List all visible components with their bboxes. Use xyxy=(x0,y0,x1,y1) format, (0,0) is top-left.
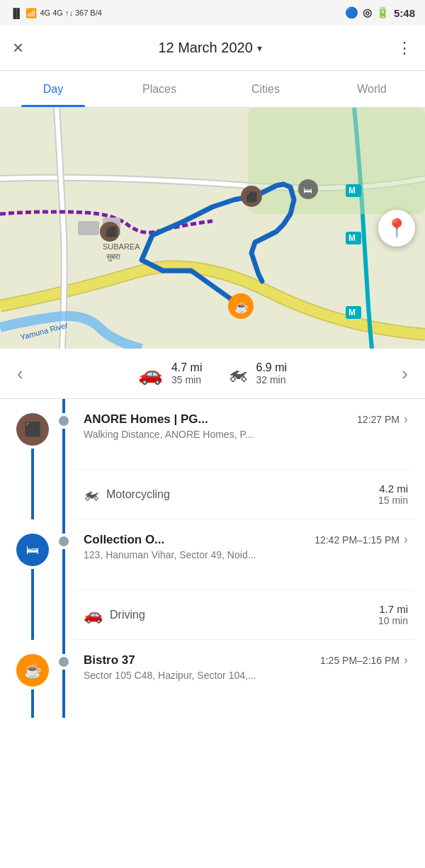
timeline-place-1: ⬛ ANORE Homes | PG... 12:27 PM › Walking… xyxy=(0,399,425,470)
segment-time-2: 10 min xyxy=(378,615,408,626)
tab-cities-label: Cities xyxy=(251,83,280,96)
segment-mode-1: 🏍 Motorcycling xyxy=(84,485,170,504)
place-name-1: ANORE Homes | PG... 12:27 PM › xyxy=(84,412,408,427)
segment-2: 🚗 Driving 1.7 mi 10 min xyxy=(0,590,425,640)
tabs-bar: Day Places Cities World xyxy=(0,71,425,108)
location-pin-icon: 📍 xyxy=(385,218,408,239)
clock: 5:48 xyxy=(394,7,415,19)
place-time-1: 12:27 PM xyxy=(357,414,400,425)
segment-1: 🏍 Motorcycling 4.2 mi 15 min xyxy=(0,470,425,519)
transport-modes: 🚗 4.7 mi 35 min 🏍 6.9 mi 32 min xyxy=(138,361,287,385)
place-time-2: 12:42 PM–1:15 PM xyxy=(314,534,400,546)
timeline-place-3: ☕ Bistro 37 1:25 PM–2:16 PM › Sector 105… xyxy=(0,640,425,718)
tab-world-label: World xyxy=(357,83,387,96)
svg-rect-2 xyxy=(78,221,99,235)
svg-text:M: M xyxy=(348,186,356,196)
car-distance: 4.7 mi xyxy=(171,361,203,374)
subarea-hindi: सुबरा xyxy=(106,252,120,261)
status-right: 🔵 ◎ 🔋 5:48 xyxy=(345,6,415,19)
moto-segment-icon: 🏍 xyxy=(84,485,99,504)
close-button[interactable]: × xyxy=(13,37,23,59)
place-address-2: 123, Hanuman Vihar, Sector 49, Noid... xyxy=(84,549,408,560)
battery-icon: 🔋 xyxy=(376,6,390,19)
svg-text:🛏: 🛏 xyxy=(303,185,312,196)
segment-time-1: 15 min xyxy=(378,495,408,506)
place-content-3[interactable]: Bistro 37 1:25 PM–2:16 PM › Sector 105 C… xyxy=(74,640,414,718)
wifi-icon: 📶 xyxy=(26,8,37,18)
data-usage: 4G 4G ↑↓ 367 B/4 xyxy=(40,9,101,17)
place-icon-2: 🛏 xyxy=(16,534,49,566)
segment-content-1: 🏍 Motorcycling 4.2 mi 15 min xyxy=(74,470,414,519)
svg-text:M: M xyxy=(348,308,356,317)
timeline: ⬛ ANORE Homes | PG... 12:27 PM › Walking… xyxy=(0,399,425,718)
next-arrow[interactable]: › xyxy=(402,363,408,385)
moto-segment-label: Motorcycling xyxy=(106,488,170,501)
svg-text:⬛: ⬛ xyxy=(246,191,259,203)
bluetooth-icon: 🔵 xyxy=(345,6,358,19)
place-time-3: 1:25 PM–2:16 PM xyxy=(320,655,400,666)
timeline-place-2: 🛏 Collection O... 12:42 PM–1:15 PM › 123… xyxy=(0,519,425,590)
moto-info: 6.9 mi 32 min xyxy=(256,361,288,385)
more-options-button[interactable]: ⋮ xyxy=(397,39,412,57)
my-location-button[interactable]: 📍 xyxy=(378,210,415,247)
signal-icon: ▐▌ xyxy=(10,8,23,18)
place-address-1: Walking Distance, ANORE Homes, P... xyxy=(84,429,408,440)
place-name-3: Bistro 37 1:25 PM–2:16 PM › xyxy=(84,653,408,667)
date-dropdown-arrow[interactable]: ▾ xyxy=(257,43,262,54)
car-icon: 🚗 xyxy=(138,362,163,385)
svg-text:⬛: ⬛ xyxy=(106,226,118,238)
transport-summary-row: ‹ 🚗 4.7 mi 35 min 🏍 6.9 mi 32 min › xyxy=(0,349,425,399)
tab-places-label: Places xyxy=(142,83,176,96)
tab-world[interactable]: World xyxy=(319,71,425,107)
moto-distance: 6.9 mi xyxy=(256,361,288,374)
segment-dist-2: 1.7 mi xyxy=(378,603,408,615)
map-area: Yamuna River SUBAREA सुबरा ⬛ ☕ ⬛ 🛏 M M M xyxy=(0,108,425,349)
moto-transport: 🏍 6.9 mi 32 min xyxy=(228,361,288,385)
header-title-group: 12 March 2020 ▾ xyxy=(158,40,261,56)
place-icon-3: ☕ xyxy=(16,654,49,687)
svg-text:M: M xyxy=(348,233,356,243)
segment-stats-2: 1.7 mi 10 min xyxy=(378,603,408,626)
place-name-2: Collection O... 12:42 PM–1:15 PM › xyxy=(84,532,408,547)
status-left: ▐▌ 📶 4G 4G ↑↓ 367 B/4 xyxy=(10,8,102,18)
segment-content-2: 🚗 Driving 1.7 mi 10 min xyxy=(74,590,414,640)
tab-cities[interactable]: Cities xyxy=(212,71,319,107)
status-bar: ▐▌ 📶 4G 4G ↑↓ 367 B/4 🔵 ◎ 🔋 5:48 xyxy=(0,0,425,26)
car-info: 4.7 mi 35 min xyxy=(171,361,203,385)
subarea-label: SUBAREA xyxy=(103,242,140,251)
tab-day-label: Day xyxy=(43,83,63,96)
tab-places[interactable]: Places xyxy=(106,71,212,107)
moto-time: 32 min xyxy=(256,374,288,385)
tab-day[interactable]: Day xyxy=(0,71,106,107)
segment-dist-1: 4.2 mi xyxy=(378,483,408,495)
map-svg: Yamuna River SUBAREA सुबरा ⬛ ☕ ⬛ 🛏 M M M xyxy=(0,108,425,349)
moto-icon: 🏍 xyxy=(228,362,248,385)
svg-rect-1 xyxy=(248,108,425,214)
car-transport: 🚗 4.7 mi 35 min xyxy=(138,361,203,385)
chevron-right-2: › xyxy=(404,532,408,547)
location-status-icon: ◎ xyxy=(363,6,372,19)
place-icon-1: ⬛ xyxy=(16,413,49,446)
prev-arrow[interactable]: ‹ xyxy=(17,363,23,385)
car-segment-icon: 🚗 xyxy=(84,606,103,624)
header-date: 12 March 2020 xyxy=(158,40,252,56)
car-segment-label: Driving xyxy=(110,609,145,621)
segment-mode-2: 🚗 Driving xyxy=(84,606,145,624)
svg-text:☕: ☕ xyxy=(234,300,249,314)
place-address-3: Sector 105 C48, Hazipur, Sector 104,... xyxy=(84,670,408,681)
place-content-2[interactable]: Collection O... 12:42 PM–1:15 PM › 123, … xyxy=(74,519,414,590)
chevron-right-1: › xyxy=(404,412,408,427)
chevron-right-3: › xyxy=(404,653,408,667)
car-time: 35 min xyxy=(171,374,203,385)
header: × 12 March 2020 ▾ ⋮ xyxy=(0,26,425,71)
place-content-1[interactable]: ANORE Homes | PG... 12:27 PM › Walking D… xyxy=(74,399,414,470)
segment-stats-1: 4.2 mi 15 min xyxy=(378,483,408,506)
